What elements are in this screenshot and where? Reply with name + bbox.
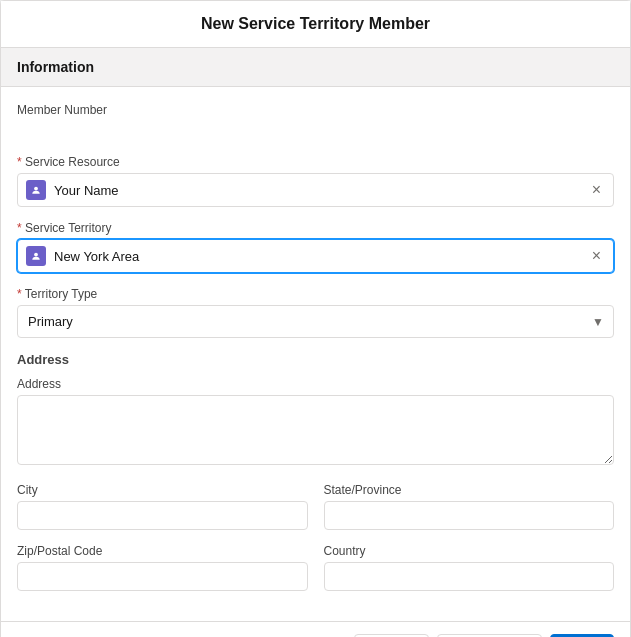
- address-textarea[interactable]: [17, 395, 614, 465]
- modal-header: New Service Territory Member: [1, 1, 630, 48]
- country-input[interactable]: [324, 562, 615, 591]
- city-state-row: City State/Province: [17, 483, 614, 544]
- zip-country-row: Zip/Postal Code Country: [17, 544, 614, 605]
- zip-postal-input[interactable]: [17, 562, 308, 591]
- zip-postal-field-group: Zip/Postal Code: [17, 544, 308, 591]
- city-label: City: [17, 483, 308, 497]
- service-territory-label: Service Territory: [17, 221, 614, 235]
- address-label: Address: [17, 377, 614, 391]
- svg-point-3: [34, 253, 38, 257]
- service-resource-clear-button[interactable]: ×: [588, 181, 605, 199]
- modal-title: New Service Territory Member: [201, 15, 430, 32]
- state-province-label: State/Province: [324, 483, 615, 497]
- territory-type-label: Territory Type: [17, 287, 614, 301]
- service-territory-clear-button[interactable]: ×: [588, 247, 605, 265]
- modal-body: Information Member Number Service Resour…: [1, 48, 630, 621]
- territory-type-select-wrapper: Primary Secondary Tertiary ▼: [17, 305, 614, 338]
- service-territory-value: New York Area: [54, 249, 588, 264]
- lookup-person-icon: [30, 184, 42, 196]
- modal-footer: Cancel Save & New Save: [1, 621, 630, 637]
- country-label: Country: [324, 544, 615, 558]
- state-province-field-group: State/Province: [324, 483, 615, 530]
- service-resource-value: Your Name: [54, 183, 588, 198]
- territory-type-field-group: Territory Type Primary Secondary Tertiar…: [17, 287, 614, 338]
- form-body: Member Number Service Resource Your Name: [1, 87, 630, 621]
- member-number-label: Member Number: [17, 103, 614, 117]
- state-province-input[interactable]: [324, 501, 615, 530]
- service-resource-label: Service Resource: [17, 155, 614, 169]
- city-input[interactable]: [17, 501, 308, 530]
- territory-type-select[interactable]: Primary Secondary Tertiary: [17, 305, 614, 338]
- information-section-header: Information: [1, 48, 630, 87]
- member-number-value: [17, 121, 614, 141]
- address-section-label: Address: [17, 352, 614, 367]
- address-section-group: Address Address: [17, 352, 614, 469]
- address-field-group: Address: [17, 377, 614, 469]
- service-territory-input-wrapper[interactable]: New York Area ×: [17, 239, 614, 273]
- lookup-territory-icon: [30, 250, 42, 262]
- new-service-territory-modal: New Service Territory Member Information…: [0, 0, 631, 637]
- country-field-group: Country: [324, 544, 615, 591]
- information-section-title: Information: [17, 59, 94, 75]
- svg-point-1: [34, 187, 38, 191]
- member-number-field-group: Member Number: [17, 103, 614, 141]
- city-field-group: City: [17, 483, 308, 530]
- service-resource-field-group: Service Resource Your Name ×: [17, 155, 614, 207]
- service-resource-input-wrapper[interactable]: Your Name ×: [17, 173, 614, 207]
- service-territory-field-group: Service Territory New York Area ×: [17, 221, 614, 273]
- service-resource-icon: [26, 180, 46, 200]
- service-territory-icon: [26, 246, 46, 266]
- zip-postal-label: Zip/Postal Code: [17, 544, 308, 558]
